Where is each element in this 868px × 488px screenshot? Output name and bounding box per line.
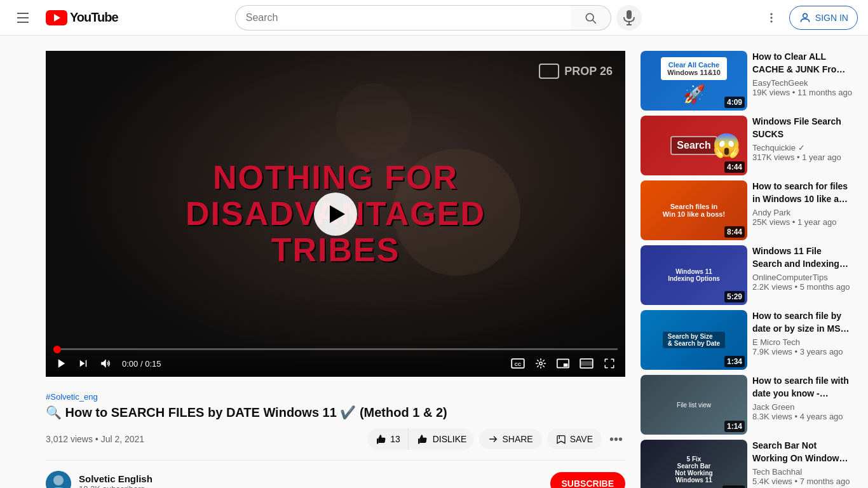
mute-button[interactable] — [97, 355, 114, 372]
share-button[interactable]: SHARE — [479, 429, 541, 449]
svg-rect-17 — [564, 363, 568, 367]
settings-button[interactable] — [532, 355, 549, 372]
sidebar-video-item[interactable]: File list view 1:14 How to search file w… — [641, 375, 853, 435]
progress-bar[interactable] — [53, 348, 618, 350]
svg-rect-2 — [627, 10, 632, 19]
duration-badge: 5 Fix — [722, 485, 745, 488]
watermark-text: PROP 26 — [564, 65, 613, 78]
svg-rect-11 — [86, 360, 87, 367]
sidebar: Clear All CacheWindows 11&10 🚀 4:09 How … — [641, 51, 868, 488]
sidebar-video-item[interactable]: Windows 11Indexing Options 5:29 Windows … — [641, 245, 853, 305]
cc-button[interactable]: CC — [508, 356, 527, 371]
search-button[interactable] — [571, 5, 611, 30]
cc-icon: CC — [511, 358, 525, 369]
skip-next-icon — [78, 358, 89, 369]
duration-badge: 8:44 — [724, 226, 745, 238]
search-input[interactable] — [235, 5, 571, 30]
svg-marker-9 — [58, 359, 65, 368]
subscribe-button[interactable]: SUBSCRIBE — [550, 472, 625, 488]
save-button[interactable]: SAVE — [547, 429, 602, 449]
settings-icon — [535, 358, 546, 369]
sidebar-thumbnail: Windows 11Indexing Options 5:29 — [641, 245, 747, 305]
channel-name[interactable]: Solvetic English — [79, 473, 153, 484]
sidebar-channel-name[interactable]: Tech Bachhal — [752, 467, 853, 477]
header-search-area — [235, 5, 642, 30]
theater-button[interactable] — [577, 356, 596, 371]
sidebar-thumbnail: Search by Size& Search by Date 1:34 — [641, 310, 747, 370]
sidebar-video-info: How to search file with date you know - … — [752, 375, 853, 435]
sidebar-thumbnail: Search files inWin 10 like a boss! 8:44 — [641, 180, 747, 240]
video-section: PROP 26 NOTHING FOR DISADVANTAGED TRIBES — [46, 51, 625, 488]
video-title: 🔍 How to SEARCH FILES by DATE Windows 11… — [46, 404, 625, 421]
like-dislike-group: 13 DISLIKE — [367, 428, 474, 450]
progress-dot — [53, 346, 61, 353]
sidebar-channel-name[interactable]: E Micro Tech — [752, 337, 853, 347]
duration-badge: 5:29 — [724, 291, 745, 302]
sidebar-video-item[interactable]: Search 😱 4:44 Windows File Search SUCKS … — [641, 116, 853, 175]
like-button[interactable]: 13 — [367, 428, 408, 450]
sidebar-channel-name[interactable]: Techquickie✓ — [752, 143, 853, 152]
sidebar-thumbnail: File list view 1:14 — [641, 375, 747, 435]
miniplayer-icon — [557, 358, 569, 369]
youtube-logo[interactable]: YouTube — [46, 10, 118, 25]
sidebar-video-item[interactable]: Clear All CacheWindows 11&10 🚀 4:09 How … — [641, 51, 853, 111]
duration-badge: 4:44 — [724, 161, 745, 173]
more-actions-button[interactable]: ••• — [607, 430, 625, 449]
search-form — [235, 5, 611, 30]
controls-row: 0:00 / 0:15 CC — [53, 355, 618, 372]
miniplayer-button[interactable] — [554, 356, 572, 371]
watermark-icon — [539, 64, 559, 79]
person-icon — [799, 11, 811, 24]
voice-search-button[interactable] — [616, 5, 642, 30]
sidebar-channel-name[interactable]: Jack Green — [752, 402, 853, 412]
video-meta-row: 3,012 views • Jul 2, 2021 13 — [46, 428, 625, 450]
channel-info: Solvetic English 10.2K subscribers — [46, 471, 153, 488]
play-button[interactable] — [314, 193, 357, 236]
theater-icon — [580, 358, 593, 369]
dislike-button[interactable]: DISLIKE — [408, 428, 475, 450]
sidebar-video-title: Windows 11 File Search and Indexing Conf… — [752, 245, 853, 270]
sidebar-video-info: Windows File Search SUCKS Techquickie✓ 3… — [752, 116, 853, 175]
youtube-logo-text: YouTube — [70, 10, 118, 25]
mic-icon — [623, 10, 635, 25]
header-left: YouTube — [10, 5, 118, 30]
duration-badge: 1:14 — [724, 421, 745, 432]
sidebar-video-info: How to search file by date or by size in… — [752, 310, 853, 370]
channel-subscribers: 10.2K subscribers — [79, 484, 153, 488]
svg-point-7 — [770, 20, 772, 22]
header-right: SIGN IN — [759, 5, 858, 30]
sidebar-channel-name[interactable]: Andy Park — [752, 208, 853, 217]
sidebar-channel-name[interactable]: OnlineComputerTips — [752, 273, 853, 282]
more-options-button[interactable] — [759, 5, 784, 30]
sidebar-video-meta: 8.3K views • 4 years ago — [752, 412, 853, 421]
volume-icon — [99, 358, 112, 369]
next-button[interactable] — [75, 355, 92, 372]
sidebar-video-info: Search Bar Not Working On Windows 11 -5 … — [752, 440, 853, 488]
svg-point-15 — [539, 362, 543, 365]
share-icon — [488, 434, 498, 444]
sidebar-video-item[interactable]: Search files inWin 10 like a boss! 8:44 … — [641, 180, 853, 240]
svg-point-8 — [803, 13, 808, 18]
sidebar-video-meta: 5.4K views • 7 months ago — [752, 477, 853, 486]
youtube-logo-icon — [46, 10, 67, 25]
verified-icon: ✓ — [798, 143, 805, 152]
video-player[interactable]: PROP 26 NOTHING FOR DISADVANTAGED TRIBES — [46, 51, 625, 377]
sidebar-video-meta: 7.9K views • 3 years ago — [752, 347, 853, 356]
action-row: 13 DISLIKE — [367, 428, 625, 450]
play-pause-button[interactable] — [53, 355, 70, 372]
sidebar-video-info: How to search for files in Windows 10 li… — [752, 180, 853, 240]
video-stats: 3,012 views • Jul 2, 2021 — [46, 434, 144, 444]
site-header: YouTube — [0, 0, 868, 36]
hamburger-menu-button[interactable] — [10, 5, 36, 30]
sidebar-video-item[interactable]: Search by Size& Search by Date 1:34 How … — [641, 310, 853, 370]
sidebar-video-title: How to search for files in Windows 10 li… — [752, 180, 853, 205]
sidebar-video-item[interactable]: 5 FixSearch BarNot WorkingWindows 11 5 F… — [641, 440, 853, 488]
video-hashtag[interactable]: #Solvetic_eng — [46, 392, 625, 402]
video-controls: 0:00 / 0:15 CC — [46, 343, 625, 377]
more-vert-icon — [765, 11, 778, 24]
sign-in-button[interactable]: SIGN IN — [789, 6, 858, 30]
fullscreen-button[interactable] — [601, 355, 618, 372]
sign-in-label: SIGN IN — [815, 13, 848, 23]
fullscreen-icon — [604, 358, 615, 369]
sidebar-channel-name[interactable]: EasyTechGeek — [752, 78, 853, 88]
